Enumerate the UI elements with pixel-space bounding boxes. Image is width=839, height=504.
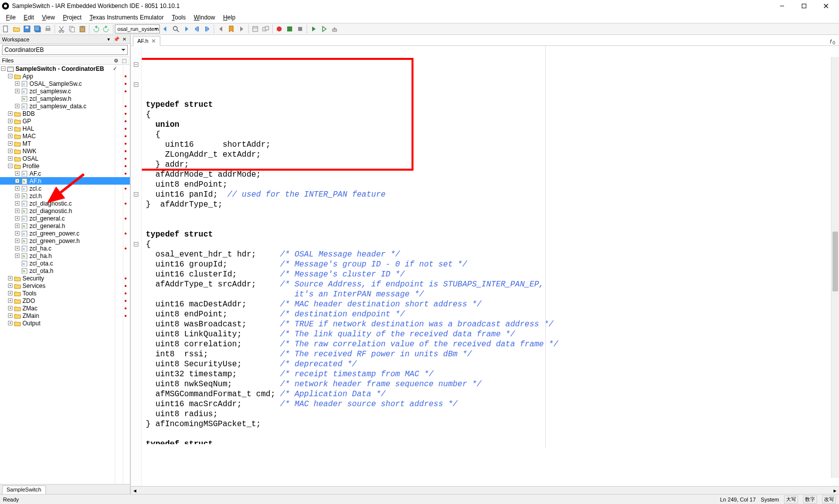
tree-item[interactable]: −Profile•: [0, 162, 130, 170]
tree-expander[interactable]: +: [8, 119, 12, 123]
tree-item[interactable]: +czcl.c•: [0, 185, 130, 192]
tree-item[interactable]: +GP•: [0, 117, 130, 125]
tree-item[interactable]: +czcl_diagnostic.c•: [0, 200, 130, 207]
tree-item[interactable]: +Output: [0, 319, 130, 327]
menu-help[interactable]: Help: [219, 13, 240, 22]
menu-window[interactable]: Window: [190, 13, 219, 22]
tree-expander[interactable]: +: [15, 216, 19, 221]
redo-button[interactable]: [101, 24, 111, 34]
tree-expander[interactable]: +: [15, 246, 19, 251]
tree-expander[interactable]: +: [15, 179, 19, 183]
next-bookmark-button[interactable]: [237, 24, 247, 34]
tree-item[interactable]: −App•: [0, 72, 130, 80]
tree-expander[interactable]: +: [8, 111, 12, 116]
menu-texas-instruments-emulator[interactable]: Texas Instruments Emulator: [85, 13, 168, 22]
tree-item[interactable]: hzcl_ota.h: [0, 267, 130, 274]
tree-expander[interactable]: +: [8, 141, 12, 146]
tree-item[interactable]: +hzcl_diagnostic.h: [0, 207, 130, 215]
search-combo[interactable]: osal_run_system: [115, 24, 160, 33]
tree-item[interactable]: +Services•: [0, 282, 130, 289]
tree-expander[interactable]: [15, 261, 19, 265]
debug-without-download-button[interactable]: [319, 24, 329, 34]
function-list-button[interactable]: f(): [829, 37, 837, 45]
workspace-pin-button[interactable]: 📌: [113, 36, 120, 43]
tree-expander[interactable]: +: [15, 186, 19, 191]
tree-item[interactable]: +hzcl.h: [0, 192, 130, 200]
scroll-left-button[interactable]: ◂: [131, 487, 139, 495]
tree-expander[interactable]: −: [8, 164, 12, 168]
fold-button[interactable]: −: [134, 192, 138, 197]
tree-expander[interactable]: +: [8, 134, 12, 138]
vertical-scrollbar[interactable]: [831, 57, 839, 478]
tree-expander[interactable]: +: [15, 81, 19, 86]
tree-expander[interactable]: +: [8, 298, 12, 303]
tree-expander[interactable]: +: [8, 276, 12, 280]
tree-item[interactable]: −SampleSwitch - CoordinatorEB✓: [0, 65, 130, 72]
tree-item[interactable]: czcl_ota.c: [0, 259, 130, 267]
tree-item[interactable]: +ZMac•: [0, 304, 130, 312]
tree-item[interactable]: +hzcl_green_power.h: [0, 237, 130, 245]
tree-expander[interactable]: +: [8, 306, 12, 310]
configuration-select[interactable]: CoordinatorEB: [2, 45, 128, 55]
tree-expander[interactable]: +: [15, 104, 19, 108]
tree-item[interactable]: +cAF.c•: [0, 170, 130, 177]
tree-expander[interactable]: +: [15, 231, 19, 236]
workspace-dropdown-button[interactable]: ▾: [105, 36, 112, 43]
menu-edit[interactable]: Edit: [19, 13, 38, 22]
compile-button[interactable]: [250, 24, 260, 34]
close-button[interactable]: [815, 0, 837, 12]
tree-expander[interactable]: +: [15, 171, 19, 176]
nav-forward-button[interactable]: [181, 24, 191, 34]
new-file-button[interactable]: [1, 24, 11, 34]
nav-back-button[interactable]: [160, 24, 170, 34]
paste-button[interactable]: [77, 24, 87, 34]
tree-expander[interactable]: +: [8, 149, 12, 153]
editor-gutter[interactable]: −−−−: [131, 46, 142, 486]
find-button[interactable]: [171, 24, 181, 34]
tree-expander[interactable]: +: [15, 89, 19, 93]
tree-item[interactable]: +cOSAL_SampleSw.c•: [0, 80, 130, 87]
workspace-tab[interactable]: SampleSwitch: [2, 486, 46, 494]
tree-item[interactable]: +NWK•: [0, 147, 130, 155]
close-tab-button[interactable]: ✕: [151, 38, 156, 44]
tree-expander[interactable]: −: [1, 66, 5, 71]
tree-expander[interactable]: +: [15, 224, 19, 228]
tree-item[interactable]: +BDB•: [0, 110, 130, 117]
tree-expander[interactable]: +: [8, 291, 12, 295]
fold-button[interactable]: −: [134, 242, 138, 247]
workspace-close-button[interactable]: ✕: [121, 36, 128, 43]
stop-build-button[interactable]: [295, 24, 305, 34]
save-button[interactable]: [22, 24, 32, 34]
tree-item[interactable]: +hzcl_ha.h: [0, 252, 130, 259]
tree-expander[interactable]: +: [8, 126, 12, 131]
tree-item[interactable]: +czcl_samplesw.c•: [0, 87, 130, 95]
tree-item[interactable]: +HAL•: [0, 125, 130, 132]
download-debug-button[interactable]: [309, 24, 319, 34]
tree-expander[interactable]: +: [15, 201, 19, 206]
make-restart-button[interactable]: [285, 24, 295, 34]
tree-item[interactable]: +czcl_general.c•: [0, 215, 130, 222]
restart-button[interactable]: [330, 24, 340, 34]
tree-expander[interactable]: +: [8, 313, 12, 318]
fold-button[interactable]: −: [134, 62, 138, 67]
tree-expander[interactable]: [15, 96, 19, 101]
tree-item[interactable]: +czcl_green_power.c•: [0, 230, 130, 237]
open-file-button[interactable]: [11, 24, 21, 34]
tree-item[interactable]: +Security•: [0, 274, 130, 282]
tree-expander[interactable]: [15, 268, 19, 273]
toggle-bookmark-button[interactable]: [226, 24, 236, 34]
tree-expander[interactable]: +: [8, 283, 12, 288]
tree-expander[interactable]: +: [8, 156, 12, 161]
tree-item[interactable]: +ZDO•: [0, 297, 130, 304]
menu-view[interactable]: View: [38, 13, 59, 22]
tree-item[interactable]: +OSAL•: [0, 155, 130, 162]
code-editor[interactable]: typedef struct{ union { uint16 shortAddr…: [142, 46, 839, 448]
maximize-button[interactable]: [793, 0, 815, 12]
undo-button[interactable]: [91, 24, 101, 34]
tree-expander[interactable]: +: [8, 321, 12, 325]
tree-expander[interactable]: −: [8, 74, 12, 78]
tree-expander[interactable]: +: [15, 253, 19, 258]
tree-item[interactable]: +hAF.h: [0, 177, 130, 185]
tree-item[interactable]: +Tools•: [0, 289, 130, 297]
scroll-right-button[interactable]: ▸: [831, 487, 839, 495]
